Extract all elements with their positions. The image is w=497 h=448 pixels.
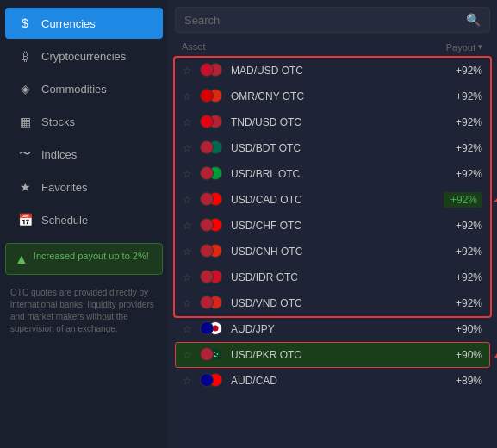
payout-value: +90%	[444, 323, 482, 335]
sidebar-label-stocks: Stocks	[41, 115, 75, 128]
sidebar-label-commodities: Commodities	[41, 83, 107, 96]
asset-name-label: USD/IDR OTC	[231, 271, 444, 283]
asset-row[interactable]: ☆MAD/USD OTC+92%	[175, 58, 490, 84]
asset-name-label: USD/CAD OTC	[231, 194, 444, 206]
crypto-icon: ₿	[17, 48, 33, 64]
app-container: $ Currencies ₿ Cryptocurrencies ◈ Commod…	[0, 0, 497, 448]
payout-value: +92%	[444, 116, 482, 128]
schedule-icon: 📅	[17, 212, 33, 227]
asset-name-label: MAD/USD OTC	[231, 65, 444, 77]
sidebar-item-commodities[interactable]: ◈ Commodities	[5, 73, 163, 104]
star-icon[interactable]: ☆	[183, 246, 196, 258]
search-input[interactable]	[184, 14, 466, 27]
asset-row[interactable]: ☆USD/BDT OTC+92%	[175, 135, 490, 161]
star-icon[interactable]: ☆	[183, 65, 196, 77]
asset-row[interactable]: ☆USD/CNH OTC+92%	[175, 239, 490, 264]
payout-value: +92%	[444, 65, 482, 77]
star-icon[interactable]: ☆	[183, 168, 196, 180]
asset-column-header: Asset	[182, 41, 206, 53]
flag-pair	[200, 63, 224, 78]
asset-row[interactable]: ☆USD/IDR OTC+92%	[175, 264, 490, 290]
sidebar-label-schedule: Schedule	[41, 214, 88, 227]
payout-value: +92%	[444, 220, 482, 232]
flag-pair	[200, 321, 224, 337]
flag-pair	[200, 270, 224, 285]
arrow-up-icon: ▲	[15, 252, 28, 267]
asset-name-label: AUD/CAD	[231, 375, 444, 387]
otc-notice: OTC quotes are provided directly by inte…	[0, 282, 168, 340]
payout-column-header[interactable]: Payout ▾	[446, 41, 483, 53]
sidebar-label-currencies: Currencies	[41, 17, 96, 30]
asset-name-label: USD/CNH OTC	[231, 246, 444, 258]
asset-row[interactable]: ☆USD/CAD OTC+92%	[175, 187, 490, 213]
flag-pair	[200, 89, 224, 104]
asset-row[interactable]: ☆OMR/CNY OTC+92%	[175, 84, 490, 109]
asset-name-label: USD/BRL OTC	[231, 168, 444, 180]
star-icon[interactable]: ☆	[183, 349, 196, 361]
star-icon[interactable]: ☆	[183, 90, 196, 103]
asset-name-label: OMR/CNY OTC	[231, 90, 444, 103]
commodities-icon: ◈	[17, 81, 33, 96]
asset-name-label: TND/USD OTC	[231, 116, 444, 128]
payout-value: +92%	[444, 271, 482, 283]
flag-pair	[200, 192, 224, 208]
payout-value: +92%	[444, 297, 482, 309]
asset-name-label: USD/PKR OTC	[231, 349, 444, 361]
star-icon[interactable]: ☆	[183, 271, 196, 283]
flag-pair	[200, 296, 224, 311]
asset-row[interactable]: ☆USD/VND OTC+92%	[175, 290, 490, 316]
sidebar-item-schedule[interactable]: 📅 Schedule	[5, 204, 163, 235]
table-header: Asset Payout ▾	[175, 38, 490, 56]
favorites-icon: ★	[17, 179, 33, 195]
payout-value: +92%	[444, 246, 482, 258]
asset-row[interactable]: ☆AUD/CAD+89%	[175, 368, 490, 394]
sidebar-label-crypto: Cryptocurrencies	[41, 50, 126, 63]
dollar-icon: $	[17, 16, 33, 31]
sidebar-item-cryptocurrencies[interactable]: ₿ Cryptocurrencies	[5, 40, 163, 72]
sidebar-label-favorites: Favorites	[41, 181, 87, 194]
sidebar-item-stocks[interactable]: ▦ Stocks	[5, 106, 163, 137]
payout-value: +92%	[444, 90, 482, 103]
search-bar[interactable]: 🔍	[175, 7, 490, 33]
sidebar-item-currencies[interactable]: $ Currencies	[5, 8, 163, 39]
star-icon[interactable]: ☆	[183, 194, 196, 206]
star-icon[interactable]: ☆	[183, 220, 196, 232]
sidebar-label-indices: Indices	[41, 148, 77, 161]
star-icon[interactable]: ☆	[183, 116, 196, 128]
payout-value: +92%	[444, 192, 482, 208]
asset-row[interactable]: ☆☪USD/PKR OTC+90%	[175, 342, 490, 368]
asset-name-label: AUD/JPY	[231, 323, 444, 335]
star-icon[interactable]: ☆	[183, 323, 196, 335]
payout-value: +89%	[444, 375, 482, 387]
asset-name-label: USD/CHF OTC	[231, 220, 444, 232]
payout-value: +90%	[444, 349, 482, 361]
flag-pair	[200, 218, 224, 233]
asset-row[interactable]: ☆USD/BRL OTC+92%	[175, 161, 490, 187]
flag-pair	[200, 244, 224, 259]
star-icon[interactable]: ☆	[183, 142, 196, 154]
sidebar-item-favorites[interactable]: ★ Favorites	[5, 171, 163, 202]
flag-pair	[200, 140, 224, 156]
sort-icon: ▾	[478, 41, 483, 53]
payout-value: +92%	[444, 142, 482, 154]
stocks-icon: ▦	[17, 114, 33, 129]
flag-pair: ☪	[200, 347, 224, 363]
asset-row[interactable]: ☆USD/CHF OTC+92%	[175, 213, 490, 239]
sidebar-item-indices[interactable]: 〜 Indices	[5, 139, 163, 170]
payout-value: +92%	[444, 168, 482, 180]
main-content: 🔍 Asset Payout ▾ ☆MAD/USD OTC+92%☆OMR/CN…	[168, 0, 497, 448]
asset-list: ☆MAD/USD OTC+92%☆OMR/CNY OTC+92%☆TND/USD…	[175, 58, 490, 441]
flag-pair	[200, 166, 224, 182]
star-icon[interactable]: ☆	[183, 375, 196, 387]
star-icon[interactable]: ☆	[183, 297, 196, 309]
flag-pair	[200, 373, 224, 389]
payout-banner: ▲ Increased payout up to 2%!	[5, 243, 163, 275]
payout-banner-text: Increased payout up to 2%!	[34, 251, 149, 261]
asset-name-label: USD/BDT OTC	[231, 142, 444, 154]
asset-row[interactable]: ☆TND/USD OTC+92%	[175, 109, 490, 135]
asset-name-label: USD/VND OTC	[231, 297, 444, 309]
indices-icon: 〜	[17, 146, 33, 162]
asset-row[interactable]: ☆AUD/JPY+90%	[175, 316, 490, 342]
sidebar: $ Currencies ₿ Cryptocurrencies ◈ Commod…	[0, 0, 168, 448]
search-icon: 🔍	[466, 13, 481, 27]
